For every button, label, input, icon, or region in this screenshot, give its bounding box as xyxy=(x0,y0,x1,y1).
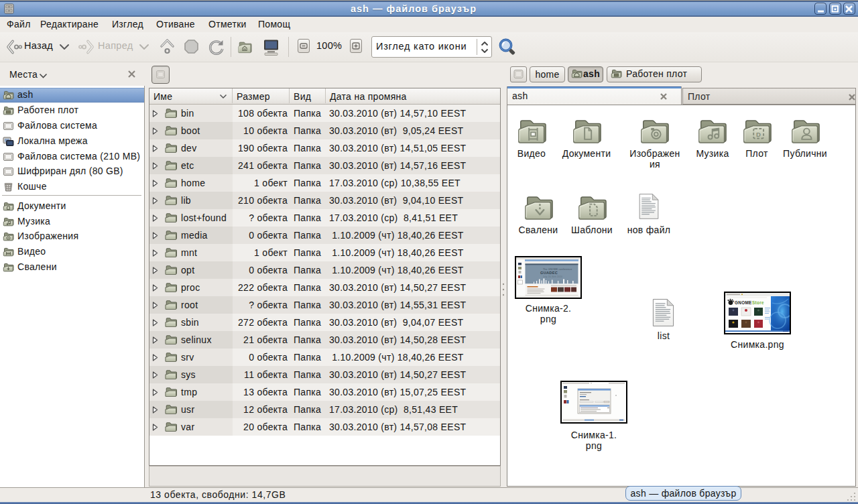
svg-text:July 24-30th 2010: July 24-30th 2010 xyxy=(543,275,562,278)
svg-text:GNOME: GNOME xyxy=(735,300,752,305)
svg-text:GUADEC: GUADEC xyxy=(540,271,558,275)
svg-text:D: D xyxy=(756,131,761,138)
svg-text:Store: Store xyxy=(752,300,764,305)
